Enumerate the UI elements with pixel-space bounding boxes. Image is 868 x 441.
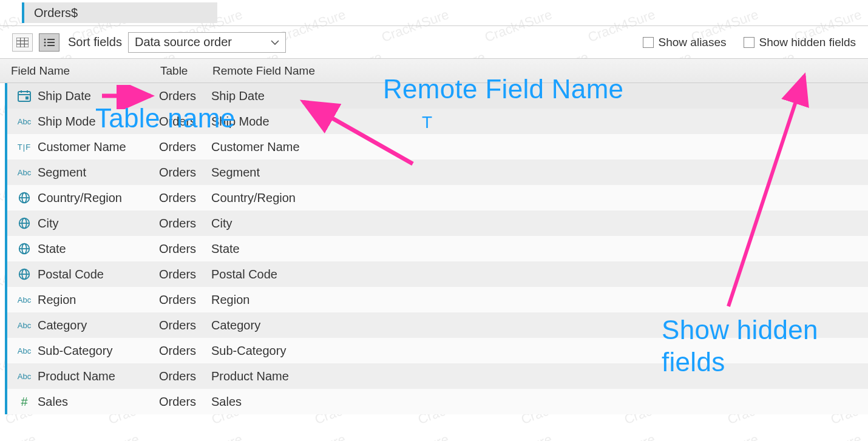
sort-fields-label: Sort fields <box>68 35 122 49</box>
tab-strip: Orders$ <box>0 0 868 24</box>
datatype-icon <box>11 268 38 281</box>
table-row[interactable]: AbcSegmentOrdersSegment <box>5 160 868 185</box>
row-accent <box>5 363 7 389</box>
field-name-cell: Country/Region <box>38 191 159 205</box>
field-name-cell: State <box>38 242 159 256</box>
header-field-name[interactable]: Field Name <box>11 64 160 78</box>
svg-point-7 <box>44 41 46 43</box>
show-hidden-fields-checkbox[interactable]: Show hidden fields <box>744 36 856 49</box>
row-accent <box>5 134 7 160</box>
table-cell: Orders <box>159 395 211 409</box>
table-row[interactable]: StateOrdersState <box>5 236 868 261</box>
datatype-icon: Abc <box>11 117 38 126</box>
remote-field-cell: Ship Mode <box>211 115 868 129</box>
remote-field-cell: City <box>211 217 868 231</box>
show-aliases-label: Show aliases <box>659 36 727 49</box>
table-cell: Orders <box>159 89 211 103</box>
list-icon <box>43 38 55 47</box>
remote-field-cell: Country/Region <box>211 191 868 205</box>
svg-rect-8 <box>47 42 55 43</box>
field-name-cell: City <box>38 217 159 231</box>
grid-view-button[interactable] <box>12 33 33 52</box>
datatype-icon <box>11 191 38 204</box>
table-row[interactable]: Postal CodeOrdersPostal Code <box>5 261 868 287</box>
svg-point-5 <box>44 38 46 40</box>
datatype-icon <box>11 217 38 230</box>
table-row[interactable]: #SalesOrdersSales <box>5 389 868 414</box>
row-accent <box>5 160 7 185</box>
field-name-cell: Postal Code <box>38 268 159 281</box>
remote-field-cell: Segment <box>211 166 868 180</box>
row-accent <box>5 83 7 109</box>
svg-rect-6 <box>47 39 55 40</box>
sort-fields-value: Data source order <box>135 35 232 49</box>
sort-fields-select[interactable]: Data source order <box>128 32 286 53</box>
annotation-table-name: Table name <box>95 103 235 133</box>
table-row[interactable]: AbcRegionOrdersRegion <box>5 287 868 312</box>
row-accent <box>5 389 7 414</box>
tab-orders[interactable]: Orders$ <box>22 2 217 23</box>
annotation-remote-field-name: Remote Field Name <box>383 74 623 104</box>
field-name-cell: Sub-Category <box>38 344 159 358</box>
datatype-icon: Abc <box>11 321 38 330</box>
chevron-down-icon <box>271 39 279 45</box>
remote-field-cell: State <box>211 242 868 256</box>
row-accent <box>5 338 7 363</box>
checkbox-icon <box>643 37 654 48</box>
remote-field-cell: Region <box>211 293 868 307</box>
datatype-icon <box>11 242 38 255</box>
datatype-icon: Abc <box>11 346 38 355</box>
remote-field-cell: Sales <box>211 395 868 409</box>
field-name-cell: Product Name <box>38 369 159 383</box>
table-row[interactable]: Country/RegionOrdersCountry/Region <box>5 185 868 210</box>
table-cell: Orders <box>159 268 211 281</box>
table-cell: Orders <box>159 166 211 180</box>
table-row[interactable]: T|FCustomer NameOrdersCustomer Name <box>5 134 868 160</box>
field-name-cell: Category <box>38 318 159 332</box>
show-aliases-checkbox[interactable]: Show aliases <box>643 36 727 49</box>
table-cell: Orders <box>159 344 211 358</box>
remote-field-cell: Postal Code <box>211 268 868 281</box>
datatype-icon: Abc <box>11 372 38 381</box>
svg-rect-15 <box>25 96 29 99</box>
table-cell: Orders <box>159 293 211 307</box>
svg-rect-0 <box>16 38 29 47</box>
header-table[interactable]: Table <box>160 64 212 78</box>
row-accent <box>5 236 7 261</box>
row-accent <box>5 287 7 312</box>
row-accent <box>5 109 7 134</box>
table-cell: Orders <box>159 318 211 332</box>
field-name-cell: Region <box>38 293 159 307</box>
field-name-cell: Sales <box>38 395 159 409</box>
datatype-icon: # <box>11 395 38 409</box>
datatype-icon: T|F <box>11 143 38 152</box>
show-hidden-fields-label: Show hidden fields <box>759 36 856 49</box>
toolbar: Sort fields Data source order Show alias… <box>0 26 868 59</box>
annotation-t: T <box>422 113 432 132</box>
tab-label: Orders$ <box>34 6 78 20</box>
field-name-cell: Segment <box>38 166 159 180</box>
annotation-show-hidden: Show hidden fields <box>662 314 868 379</box>
datatype-icon: Abc <box>11 168 38 177</box>
table-cell: Orders <box>159 140 211 154</box>
table-row[interactable]: CityOrdersCity <box>5 210 868 236</box>
table-cell: Orders <box>159 242 211 256</box>
row-accent <box>5 312 7 338</box>
list-view-button[interactable] <box>39 33 59 52</box>
datatype-icon <box>11 89 38 103</box>
checkbox-icon <box>744 37 754 48</box>
row-accent <box>5 210 7 236</box>
svg-point-9 <box>44 44 46 46</box>
grid-icon <box>16 38 29 47</box>
datatype-icon: Abc <box>11 295 38 305</box>
table-cell: Orders <box>159 217 211 231</box>
table-cell: Orders <box>159 191 211 205</box>
table-cell: Orders <box>159 369 211 383</box>
remote-field-cell: Customer Name <box>211 140 868 154</box>
svg-rect-10 <box>47 45 55 46</box>
row-accent <box>5 185 7 210</box>
field-name-cell: Customer Name <box>38 140 159 154</box>
field-name-cell: Ship Date <box>38 89 159 103</box>
row-accent <box>5 261 7 287</box>
